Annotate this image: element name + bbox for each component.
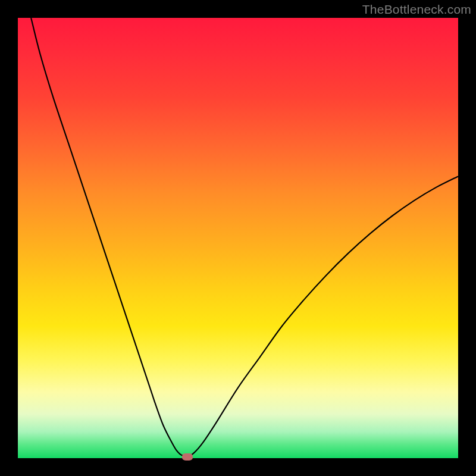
chart-frame: TheBottleneck.com — [0, 0, 476, 476]
curve-path — [31, 18, 458, 457]
plot-area — [18, 18, 458, 458]
bottleneck-curve — [18, 18, 458, 458]
watermark-text: TheBottleneck.com — [362, 2, 471, 17]
optimum-marker — [182, 453, 193, 461]
